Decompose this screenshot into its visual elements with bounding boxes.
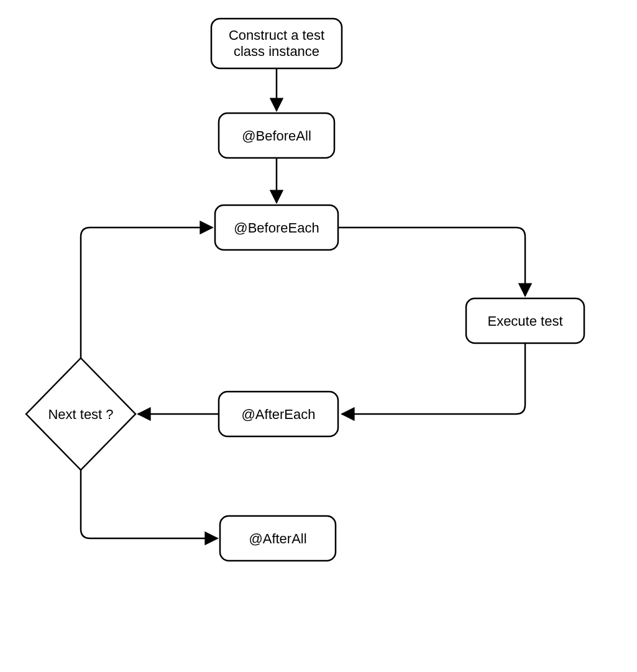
edge-execute-aftereach [342, 343, 525, 414]
node-after-each: @AfterEach [219, 392, 338, 436]
node-before-all: @BeforeAll [219, 113, 334, 158]
lifecycle-flowchart: Construct a test class instance @BeforeA… [0, 0, 637, 672]
node-next-test-decision: Next test ? [26, 358, 135, 470]
node-construct-line1: Construct a test [229, 27, 324, 43]
edge-nexttest-loop [81, 228, 213, 358]
node-construct-line2: class instance [234, 44, 319, 59]
node-before-each-label: @BeforeEach [234, 220, 319, 236]
node-after-each-label: @AfterEach [242, 407, 316, 422]
node-after-all: @AfterAll [220, 516, 336, 561]
node-after-all-label: @AfterAll [249, 531, 306, 546]
node-next-test-label: Next test ? [48, 407, 113, 422]
node-execute-test: Execute test [466, 298, 584, 343]
node-before-each: @BeforeEach [215, 205, 338, 250]
node-before-all-label: @BeforeAll [242, 128, 311, 144]
node-execute-test-label: Execute test [487, 313, 562, 329]
node-construct: Construct a test class instance [211, 19, 342, 68]
edge-nexttest-exit [81, 470, 218, 538]
edge-beforeeach-execute [338, 228, 525, 296]
